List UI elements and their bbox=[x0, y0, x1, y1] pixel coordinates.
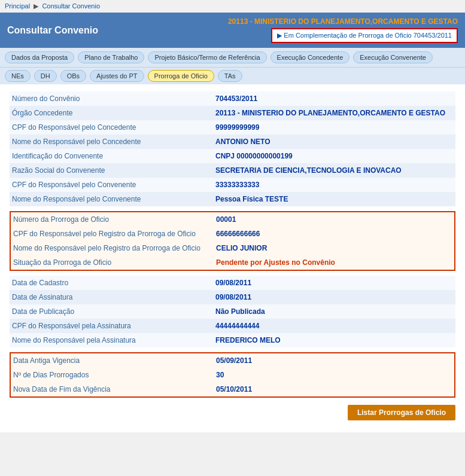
table-row: Data de Assinatura 09/08/2011 bbox=[10, 290, 455, 304]
table-row: Órgão Concedente 20113 - MINISTERIO DO P… bbox=[10, 106, 455, 120]
table-row: Número do Convênio 704453/2011 bbox=[10, 91, 455, 106]
table-row: Situação da Prorroga de Oficio Pendente … bbox=[10, 255, 455, 270]
tab-tas[interactable]: TAs bbox=[218, 70, 242, 82]
field-label: CPF do Responsável pelo Convenente bbox=[10, 178, 213, 192]
field-label: CPF do Responsável pelo Concedente bbox=[10, 120, 213, 135]
field-label: Razão Social do Convenente bbox=[10, 163, 213, 178]
breadcrumb-principal[interactable]: Principal bbox=[5, 2, 30, 10]
field-label: Órgão Concedente bbox=[10, 106, 213, 120]
status-label: ▶ Em Complementação de Prorroga de Ofici… bbox=[277, 32, 452, 39]
table-row: CPF do Responsável pelo Registro da Pror… bbox=[10, 227, 455, 241]
table-row: Data de Cadastro 09/08/2011 bbox=[10, 276, 455, 290]
field-label: Nome do Responsável pela Assinatura bbox=[10, 333, 213, 347]
field-label: Data de Cadastro bbox=[10, 276, 213, 290]
field-label: Identificação do Convenente bbox=[10, 149, 213, 163]
field-label: CPF do Responsável pela Assinatura bbox=[10, 319, 213, 333]
field-value: 09/08/2011 bbox=[213, 290, 455, 304]
listar-prorrogas-button[interactable]: Listar Prorrogas de Oficio bbox=[348, 405, 455, 420]
secondary-info-table: Data de Cadastro 09/08/2011 Data de Assi… bbox=[10, 276, 455, 347]
field-value: FREDERICO MELO bbox=[213, 333, 455, 347]
field-value: 704453/2011 bbox=[213, 91, 455, 106]
tabs-row-1: Dados da Proposta Plano de Trabalho Proj… bbox=[0, 48, 465, 67]
field-value: 05/09/2011 bbox=[214, 353, 455, 368]
content-area: Número do Convênio 704453/2011 Órgão Con… bbox=[0, 84, 465, 432]
field-value: 00001 bbox=[214, 212, 455, 227]
field-value: 33333333333 bbox=[213, 178, 455, 192]
field-label: Nome do Responsável pelo Concedente bbox=[10, 135, 213, 149]
table-row: Nova Data de Fim da Vigência 05/10/2011 bbox=[10, 382, 455, 397]
breadcrumb: Principal ▶ Consultar Convenio bbox=[0, 0, 465, 13]
field-value: 30 bbox=[214, 368, 455, 382]
field-value: SECRETARIA DE CIENCIA,TECNOLOGIA E INOVA… bbox=[213, 163, 455, 178]
field-label: CPF do Responsável pelo Registro da Pror… bbox=[10, 227, 214, 241]
field-label: Nova Data de Fim da Vigência bbox=[10, 382, 214, 397]
table-row: Número da Prorroga de Oficio 00001 bbox=[10, 212, 455, 227]
field-label: Data de Publicação bbox=[10, 304, 213, 319]
vigencia-table: Data Antiga Vigencia 05/09/2011 Nº de Di… bbox=[10, 352, 455, 398]
table-row: Nome do Responsável pela Assinatura FRED… bbox=[10, 333, 455, 347]
field-value: CELIO JUNIOR bbox=[214, 241, 455, 255]
tab-nes[interactable]: NEs bbox=[5, 70, 31, 82]
field-label: Nome do Responsável pelo Convenente bbox=[10, 192, 213, 206]
table-row: Nome do Responsável pelo Convenente Pess… bbox=[10, 192, 455, 206]
field-value: 20113 - MINISTERIO DO PLANEJAMENTO,ORCAM… bbox=[213, 106, 455, 120]
field-label: Nome do Responsável pelo Registro da Pro… bbox=[10, 241, 214, 255]
header-bar: Consultar Convenio 20113 - MINISTERIO DO… bbox=[0, 13, 465, 48]
tab-plano-trabalho[interactable]: Plano de Trabalho bbox=[78, 51, 144, 63]
ministry-label: 20113 - MINISTERIO DO PLANEJAMENTO,ORCAM… bbox=[228, 17, 458, 26]
tab-dh[interactable]: DH bbox=[34, 70, 57, 82]
field-value: Pessoa Física TESTE bbox=[213, 192, 455, 206]
table-row: Identificação do Convenente CNPJ 0000000… bbox=[10, 149, 455, 163]
field-value: Pendente por Ajustes no Convênio bbox=[214, 255, 455, 270]
field-value: ANTONIO NETO bbox=[213, 135, 455, 149]
field-label: Data de Assinatura bbox=[10, 290, 213, 304]
field-label: Data Antiga Vigencia bbox=[10, 353, 214, 368]
tab-projeto-basico[interactable]: Projeto Básico/Termo de Referência bbox=[148, 51, 266, 63]
table-row: CPF do Responsável pelo Concedente 99999… bbox=[10, 120, 455, 135]
field-value: Não Publicada bbox=[213, 304, 455, 319]
tab-ajustes-pt[interactable]: Ajustes do PT bbox=[90, 70, 144, 82]
field-value: 05/10/2011 bbox=[214, 382, 455, 397]
table-row: CPF do Responsável pela Assinatura 44444… bbox=[10, 319, 455, 333]
field-label: Número da Prorroga de Oficio bbox=[10, 212, 214, 227]
table-row: Nº de Dias Prorrogados 30 bbox=[10, 368, 455, 382]
status-box[interactable]: ▶ Em Complementação de Prorroga de Ofici… bbox=[271, 28, 458, 43]
table-row: Nome do Responsável pelo Concedente ANTO… bbox=[10, 135, 455, 149]
tabs-row-2: NEs DH OBs Ajustes do PT Prorroga de Ofi… bbox=[0, 67, 465, 84]
tab-execucao-concedente[interactable]: Execução Concedente bbox=[271, 51, 350, 63]
table-row: Nome do Responsável pelo Registro da Pro… bbox=[10, 241, 455, 255]
tab-prorroga-oficio[interactable]: Prorroga de Oficio bbox=[148, 70, 214, 82]
breadcrumb-consultar[interactable]: Consultar Convenio bbox=[42, 2, 100, 10]
field-value: 66666666666 bbox=[214, 227, 455, 241]
tab-execucao-convenente[interactable]: Execução Convenente bbox=[353, 51, 433, 63]
field-value: CNPJ 00000000000199 bbox=[213, 149, 455, 163]
tab-dados-proposta[interactable]: Dados da Proposta bbox=[5, 51, 74, 63]
main-info-table: Número do Convênio 704453/2011 Órgão Con… bbox=[10, 91, 455, 206]
field-label: Situação da Prorroga de Oficio bbox=[10, 255, 214, 270]
field-label: Número do Convênio bbox=[10, 91, 213, 106]
field-label: Nº de Dias Prorrogados bbox=[10, 368, 214, 382]
table-row: Razão Social do Convenente SECRETARIA DE… bbox=[10, 163, 455, 178]
field-value: 09/08/2011 bbox=[213, 276, 455, 290]
field-value: 44444444444 bbox=[213, 319, 455, 333]
page-title: Consultar Convenio bbox=[7, 25, 98, 36]
field-value: 99999999999 bbox=[213, 120, 455, 135]
highlighted-prorroga-table: Número da Prorroga de Oficio 00001 CPF d… bbox=[10, 211, 455, 271]
table-row: Data Antiga Vigencia 05/09/2011 bbox=[10, 353, 455, 368]
tab-obs[interactable]: OBs bbox=[60, 70, 86, 82]
footer-row: Listar Prorrogas de Oficio bbox=[10, 405, 455, 425]
table-row: Data de Publicação Não Publicada bbox=[10, 304, 455, 319]
table-row: CPF do Responsável pelo Convenente 33333… bbox=[10, 178, 455, 192]
